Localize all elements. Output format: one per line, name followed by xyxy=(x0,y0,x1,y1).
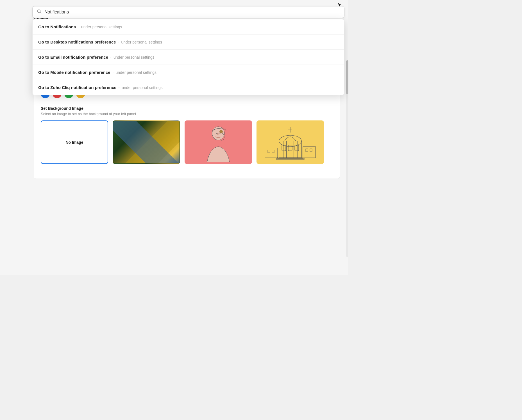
dropdown-item-main-1: Go to Desktop notifications preference xyxy=(38,40,116,44)
dropdown-sep-2: • xyxy=(110,56,111,58)
svg-rect-22 xyxy=(272,150,274,153)
svg-rect-17 xyxy=(288,145,292,151)
dropdown-item-notifications[interactable]: Go to Notifications • under personal set… xyxy=(33,19,344,35)
bg-title: Set Background Image xyxy=(41,106,333,111)
svg-point-4 xyxy=(216,133,217,134)
svg-line-26 xyxy=(40,12,41,13)
portrait-silhouette xyxy=(201,123,235,162)
architecture-card[interactable] xyxy=(257,120,324,164)
dropdown-item-sub-2: under personal settings xyxy=(114,55,155,60)
svg-rect-24 xyxy=(310,149,312,152)
dropdown-item-desktop-notifications[interactable]: Go to Desktop notifications preference •… xyxy=(33,35,344,50)
search-dropdown: Go to Notifications • under personal set… xyxy=(32,19,344,95)
search-input-container[interactable]: Notifications xyxy=(32,6,344,18)
dropdown-item-sub-3: under personal settings xyxy=(116,70,157,75)
search-icon xyxy=(37,9,42,15)
no-image-card[interactable]: No Image xyxy=(41,120,108,164)
svg-rect-15 xyxy=(276,158,304,159)
svg-rect-19 xyxy=(265,148,278,158)
dropdown-sep-3: • xyxy=(113,71,114,74)
scrollbar-thumb[interactable] xyxy=(346,60,348,94)
dropdown-item-sub-4: under personal settings xyxy=(122,85,163,90)
dropdown-item-main-2: Go to Email notification preference xyxy=(38,55,108,60)
dropdown-sep-0: • xyxy=(78,26,79,28)
background-section: Set Background Image Select an image to … xyxy=(41,106,333,164)
svg-rect-20 xyxy=(303,147,316,158)
dropdown-item-sub-1: under personal settings xyxy=(121,40,162,44)
svg-point-5 xyxy=(219,133,221,134)
arch-silhouette xyxy=(262,124,318,161)
dropdown-sep-4: • xyxy=(119,86,119,89)
dropdown-item-zoho-cliq[interactable]: Go to Zoho Cliq notification preference … xyxy=(33,80,344,95)
no-image-label: No Image xyxy=(65,140,83,145)
svg-rect-21 xyxy=(268,150,270,153)
bg-desc: Select an image to set as the background… xyxy=(41,112,333,116)
dropdown-sep-1: • xyxy=(118,41,119,43)
dropdown-item-mobile-notifications[interactable]: Go to Mobile notification preference • u… xyxy=(33,65,344,80)
dropdown-item-email-notifications[interactable]: Go to Email notification preference • un… xyxy=(33,50,344,65)
dropdown-item-main-4: Go to Zoho Cliq notification preference xyxy=(38,85,116,90)
scrollbar-track[interactable] xyxy=(346,60,348,257)
svg-rect-23 xyxy=(306,149,308,152)
geometric-card[interactable] xyxy=(113,120,180,164)
search-overlay: Notifications Go to Notifications • unde… xyxy=(32,6,344,18)
dropdown-item-sub-0: under personal settings xyxy=(81,25,122,29)
svg-rect-6 xyxy=(279,141,301,158)
dropdown-item-main-3: Go to Mobile notification preference xyxy=(38,70,110,75)
portrait-card[interactable] xyxy=(185,120,252,164)
dropdown-item-main-0: Go to Notifications xyxy=(38,24,76,29)
bg-images-row: No Image xyxy=(41,120,333,164)
search-text: Notifications xyxy=(44,10,340,15)
